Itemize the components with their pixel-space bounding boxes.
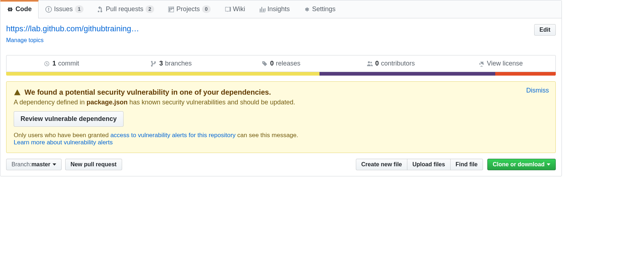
file-nav: Branch: master New pull request Create n…: [0, 159, 562, 176]
stats-releases[interactable]: 0 releases: [226, 55, 336, 72]
people-icon: [367, 60, 373, 67]
branch-label: Branch:: [12, 161, 31, 168]
alert-title: We found a potential security vulnerabil…: [14, 88, 548, 96]
desc-row: https://lab.github.com/githubtraining… M…: [6, 24, 556, 44]
clone-or-download-button[interactable]: Clone or download: [487, 159, 556, 170]
alert-note-pre: Only users who have been granted: [14, 132, 110, 139]
repo-tabnav: Code Issues 1 Pull requests 2 Projects 0…: [0, 0, 562, 18]
project-icon: [168, 6, 174, 13]
tag-icon: [261, 60, 268, 67]
language-css-segment: [319, 72, 495, 76]
alert-icon: [14, 89, 21, 96]
book-icon: [224, 6, 231, 13]
contributors-label: contributors: [381, 60, 415, 67]
caret-down-icon: [53, 163, 56, 166]
tab-wiki[interactable]: Wiki: [218, 0, 252, 18]
review-vulnerability-button[interactable]: Review vulnerable dependency: [14, 111, 124, 127]
file-actions-group: Create new file Upload files Find file: [356, 159, 483, 170]
tab-projects-label: Projects: [176, 5, 200, 13]
gear-icon: [304, 6, 310, 13]
alert-desc-pre: A dependency defined in: [14, 99, 86, 106]
desc-left: https://lab.github.com/githubtraining… M…: [6, 24, 139, 44]
law-icon: [478, 60, 485, 67]
branches-num: 3: [159, 60, 163, 67]
stats-license[interactable]: View license: [446, 55, 555, 72]
language-html-segment: [495, 72, 556, 76]
clone-label: Clone or download: [493, 161, 545, 168]
stats-commits[interactable]: 1 commit: [6, 55, 116, 72]
tab-wiki-label: Wiki: [233, 5, 245, 13]
stats-contributors[interactable]: 0 contributors: [336, 55, 446, 72]
graph-icon: [259, 6, 265, 13]
tab-issues-label: Issues: [54, 5, 73, 13]
file-nav-left: Branch: master New pull request: [6, 159, 122, 170]
repo-summary: https://lab.github.com/githubtraining… M…: [0, 18, 562, 49]
releases-label: releases: [276, 60, 300, 67]
tab-code[interactable]: Code: [0, 0, 39, 18]
issue-opened-icon: [45, 6, 52, 13]
alert-learn-more-link[interactable]: Learn more about vulnerability alerts: [14, 139, 113, 146]
alert-desc: A dependency defined in package.json has…: [14, 99, 548, 106]
alert-desc-post: has known security vulnerabilities and s…: [128, 99, 295, 106]
file-nav-right: Create new file Upload files Find file C…: [356, 159, 556, 170]
license-label: View license: [487, 60, 523, 67]
alert-access-link[interactable]: access to vulnerability alerts for this …: [110, 132, 236, 139]
vulnerability-alert: Dismiss We found a potential security vu…: [6, 81, 556, 153]
branches-label: branches: [165, 60, 192, 67]
code-icon: [7, 6, 13, 13]
branch-name: master: [31, 161, 50, 168]
alert-note: Only users who have been granted access …: [14, 132, 548, 146]
alert-note-post: can see this message.: [236, 132, 298, 139]
tab-issues[interactable]: Issues 1: [39, 0, 90, 18]
git-branch-icon: [151, 60, 157, 67]
create-new-file-button[interactable]: Create new file: [356, 159, 407, 170]
git-pull-request-icon: [97, 6, 104, 13]
edit-button[interactable]: Edit: [534, 24, 556, 36]
tab-pulls-label: Pull requests: [106, 5, 143, 13]
tab-insights-label: Insights: [268, 5, 290, 13]
dismiss-link[interactable]: Dismiss: [526, 87, 549, 94]
stats-branches[interactable]: 3 branches: [116, 55, 226, 72]
projects-count: 0: [202, 5, 211, 13]
history-icon: [44, 60, 50, 67]
stats-bar: 1 commit 3 branches 0 releases 0 contrib…: [6, 55, 556, 72]
issues-count: 1: [75, 5, 84, 13]
caret-down-icon: [547, 163, 550, 166]
branch-select-button[interactable]: Branch: master: [6, 159, 62, 170]
upload-files-button[interactable]: Upload files: [407, 159, 451, 170]
repo-container: Code Issues 1 Pull requests 2 Projects 0…: [0, 0, 562, 176]
commits-label: commit: [58, 60, 79, 67]
tab-pulls[interactable]: Pull requests 2: [90, 0, 161, 18]
tab-settings[interactable]: Settings: [297, 0, 343, 18]
language-bar[interactable]: [6, 72, 556, 76]
contributors-num: 0: [375, 60, 379, 67]
releases-num: 0: [270, 60, 274, 67]
manage-topics-link[interactable]: Manage topics: [6, 37, 44, 44]
commits-num: 1: [52, 60, 56, 67]
tab-code-label: Code: [15, 5, 32, 13]
tab-insights[interactable]: Insights: [252, 0, 297, 18]
tab-settings-label: Settings: [312, 5, 336, 13]
tab-projects[interactable]: Projects 0: [161, 0, 218, 18]
pulls-count: 2: [146, 5, 154, 13]
language-js-segment: [6, 72, 319, 76]
new-pull-request-button[interactable]: New pull request: [65, 159, 122, 170]
find-file-button[interactable]: Find file: [450, 159, 483, 170]
alert-desc-file: package.json: [86, 99, 128, 106]
repo-website-link[interactable]: https://lab.github.com/githubtraining…: [6, 24, 139, 33]
alert-title-text: We found a potential security vulnerabil…: [24, 88, 271, 96]
